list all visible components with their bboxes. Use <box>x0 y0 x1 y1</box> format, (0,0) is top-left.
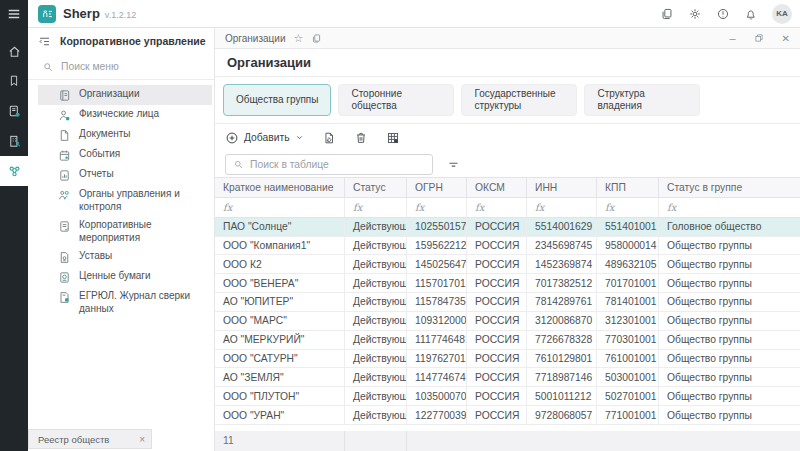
settings-gear-icon[interactable] <box>688 7 702 21</box>
table-search-input[interactable] <box>250 159 410 170</box>
sidebar-menu: Организации Физические лица Документы Со… <box>28 80 214 318</box>
bottom-tab-label: Реестр обществ <box>38 434 133 445</box>
cell-ogrn: 14502564789... <box>407 255 467 273</box>
home-icon[interactable] <box>0 36 28 66</box>
windows-icon[interactable] <box>660 7 674 21</box>
cell-oksm: РОССИЯ <box>467 312 527 330</box>
notifications-bell-icon[interactable] <box>744 7 758 21</box>
sidebar-item-label: Органы управления и контроля <box>79 188 208 213</box>
tab-government-structures[interactable]: Государственные структуры <box>461 84 577 116</box>
app-window: Sherp v.1.2.12 KA Корпоративное управлен… <box>0 0 800 451</box>
filter-icon[interactable] <box>447 158 460 171</box>
sidebar-item-governance-bodies[interactable]: Органы управления и контроля <box>38 185 212 216</box>
delete-trash-icon[interactable] <box>354 131 368 145</box>
cell-status: Действующее <box>345 350 407 368</box>
tab-third-party-companies[interactable]: Сторонние общества <box>338 84 454 116</box>
cell-inn: 5001011212 <box>527 387 597 405</box>
cell-status: Действующее <box>345 368 407 386</box>
sidebar: Корпоративное управление Организации <box>28 28 215 451</box>
sidebar-item-corporate-events[interactable]: Корпоративные мероприятия <box>38 216 212 247</box>
cell-name: АО "ЗЕМЛЯ" <box>215 368 345 386</box>
cell-ogrn: 11976270103... <box>407 350 467 368</box>
cell-kpp: 312301001 <box>597 312 659 330</box>
sidebar-item-charters[interactable]: Уставы <box>38 247 212 267</box>
sidebar-item-egrul-journal[interactable]: ЕГРЮЛ. Журнал сверки данных <box>38 287 212 318</box>
table-summary-row: 11 <box>215 431 800 451</box>
tab-group-companies[interactable]: Общества группы <box>223 84 331 116</box>
column-header[interactable]: Статус в группе <box>659 178 800 197</box>
hamburger-menu-icon[interactable] <box>0 0 28 28</box>
table-row[interactable]: АО "ЗЕМЛЯ" Действующее 11477467465... РО… <box>215 368 800 387</box>
sidebar-item-label: События <box>79 148 120 161</box>
sidebar-item-securities[interactable]: Ценные бумаги <box>38 267 212 287</box>
column-header[interactable]: Статус <box>345 178 407 197</box>
window-tab-strip: Организации ☆ – ✕ <box>215 28 800 49</box>
table-row[interactable]: ООО "ВЕНЕРА" Действующее 11570170138... … <box>215 274 800 293</box>
filter-cell[interactable]: fx <box>345 198 407 217</box>
bottom-tab-register[interactable]: Реестр обществ × <box>28 429 152 449</box>
filter-cell[interactable]: fx <box>659 198 800 217</box>
cell-status: Действующее <box>345 312 407 330</box>
column-header[interactable]: Краткое наименование <box>215 178 345 197</box>
generate-document-icon[interactable] <box>322 131 336 145</box>
view-tabs: Общества группы Сторонние общества Госуд… <box>215 77 800 124</box>
cell-oksm: РОССИЯ <box>467 293 527 311</box>
filter-cell[interactable]: fx <box>407 198 467 217</box>
sidebar-item-reports[interactable]: Отчеты <box>38 165 212 185</box>
sidebar-item-documents[interactable]: Документы <box>38 125 212 145</box>
cell-kpp: 701701001 <box>597 274 659 292</box>
cell-group-status: Общество группы <box>659 368 800 386</box>
column-header[interactable]: ОКСМ <box>467 178 527 197</box>
documents-module-icon[interactable] <box>0 96 28 126</box>
corporate-governance-module-icon[interactable] <box>0 156 28 186</box>
table-row[interactable]: ООО К2 Действующее 14502564789... РОССИЯ… <box>215 255 800 274</box>
sidebar-item-events[interactable]: События <box>38 145 212 165</box>
cell-inn: 3120086870 <box>527 312 597 330</box>
table-row[interactable]: ООО "Компания1" Действующее 15956221234.… <box>215 237 800 256</box>
column-header[interactable]: ОГРН <box>407 178 467 197</box>
menu-search-input[interactable] <box>61 61 191 72</box>
table-row[interactable]: АО "ЮПИТЕР" Действующее 11578473507... Р… <box>215 293 800 312</box>
favorite-star-icon[interactable]: ☆ <box>293 32 303 45</box>
cell-group-status: Общество группы <box>659 255 800 273</box>
sidebar-item-label: Организации <box>79 88 139 101</box>
cell-inn: 7814289761 <box>527 293 597 311</box>
sidebar-item-organizations[interactable]: Организации <box>38 85 212 105</box>
filter-cell[interactable]: fx <box>527 198 597 217</box>
cell-oksm: РОССИЯ <box>467 387 527 405</box>
column-header[interactable]: ИНН <box>527 178 597 197</box>
column-settings-icon[interactable] <box>386 131 400 145</box>
sidebar-item-individuals[interactable]: Физические лица <box>38 105 212 125</box>
user-avatar[interactable]: KA <box>772 4 792 24</box>
table-row[interactable]: АО "МЕРКУРИЙ" Действующее 11177464814...… <box>215 331 800 350</box>
search-icon <box>233 159 244 170</box>
info-icon[interactable] <box>716 7 730 21</box>
column-header[interactable]: КПП <box>597 178 659 197</box>
company-module-icon[interactable] <box>0 126 28 156</box>
sidebar-collapse-icon[interactable] <box>38 35 51 48</box>
tab-ownership-structure[interactable]: Структура владения <box>584 84 700 116</box>
close-icon[interactable]: × <box>139 434 145 445</box>
table-row[interactable]: ООО "МАРС" Действующее 10931200011... РО… <box>215 312 800 331</box>
table-row[interactable]: ООО "САТУРН" Действующее 11976270103... … <box>215 350 800 369</box>
table-row[interactable]: ООО "ПЛУТОН" Действующее 10350007089... … <box>215 387 800 406</box>
minimize-icon[interactable]: – <box>729 32 735 44</box>
window-tab-organizations[interactable]: Организации ☆ <box>225 32 322 45</box>
cell-status: Действующее <box>345 218 407 236</box>
restore-icon[interactable] <box>754 33 764 43</box>
close-window-icon[interactable]: ✕ <box>782 33 790 44</box>
cell-status: Действующее <box>345 331 407 349</box>
cell-name: ООО "ВЕНЕРА" <box>215 274 345 292</box>
cell-name: ПАО "Солнце" <box>215 218 345 236</box>
filter-cell[interactable]: fx <box>467 198 527 217</box>
bookmark-icon[interactable] <box>0 66 28 96</box>
cell-group-status: Общество группы <box>659 274 800 292</box>
add-button[interactable]: Добавить <box>225 131 304 145</box>
table-row[interactable]: ПАО "Солнце" Действующее 10255015770... … <box>215 218 800 237</box>
cell-group-status: Общество группы <box>659 293 800 311</box>
filter-cell[interactable]: fx <box>215 198 345 217</box>
duplicate-tab-icon[interactable] <box>311 33 322 44</box>
cell-status: Действующее <box>345 237 407 255</box>
filter-cell[interactable]: fx <box>597 198 659 217</box>
table-row[interactable]: ООО "УРАН" Действующее 12277003975... РО… <box>215 406 800 425</box>
